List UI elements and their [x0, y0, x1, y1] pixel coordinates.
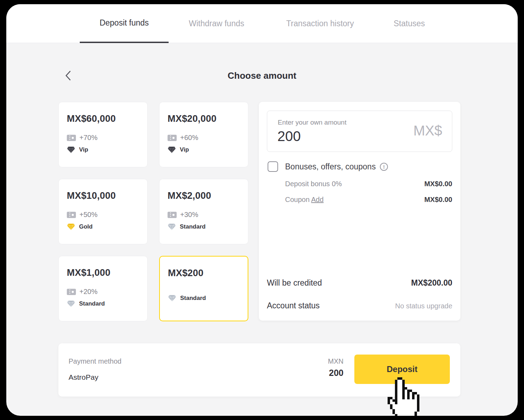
custom-amount-label: Enter your own amount: [278, 119, 346, 126]
bonuses-label: Bonuses, offers, coupons: [285, 162, 376, 172]
payment-amount: 200: [329, 368, 344, 378]
deposit-page: Deposit funds Withdraw funds Transaction…: [6, 4, 518, 416]
card-amount: MX$10,000: [67, 190, 140, 201]
card-tier-label: Standard: [180, 223, 206, 230]
credited-value: MX$200.00: [411, 278, 452, 288]
credited-row: Will be credited MX$200.00: [267, 278, 452, 288]
account-status-row: Account status No status upgrade: [267, 301, 452, 310]
card-amount: MX$2,000: [168, 190, 240, 201]
card-bonus-row: +30%: [168, 211, 240, 219]
card-tier-row: Standard: [168, 223, 240, 230]
ticket-icon: [168, 134, 177, 141]
ticket-icon: [67, 134, 76, 141]
card-bonus-label: +60%: [180, 134, 198, 142]
diamond-icon: [67, 300, 75, 307]
card-tier-row: Vip: [168, 146, 240, 153]
card-tier-label: Vip: [79, 146, 88, 153]
diamond-icon: [67, 146, 75, 153]
card-tier-row: Standard: [67, 300, 140, 307]
deposit-bonus-label: Deposit bonus 0%: [285, 180, 342, 188]
bonuses-checkbox[interactable]: [268, 161, 278, 172]
tab-bar: Deposit funds Withdraw funds Transaction…: [6, 4, 518, 43]
coupon-label-group: Coupon Add: [285, 196, 324, 204]
amount-card-20000[interactable]: MX$20,000 +60% Vip: [159, 102, 248, 167]
currency-code: MXN: [328, 357, 344, 365]
card-amount: MX$200: [168, 268, 240, 279]
coupon-add-link[interactable]: Add: [311, 196, 324, 203]
diamond-icon: [168, 223, 176, 230]
account-status-label: Account status: [267, 301, 320, 310]
info-exclamation-icon[interactable]: !: [380, 163, 388, 171]
deposit-bonus-row: Deposit bonus 0% MX$0.00: [285, 180, 452, 188]
bonuses-label-row: Bonuses, offers, coupons !: [285, 162, 388, 172]
card-amount: MX$1,000: [67, 267, 140, 278]
tab-deposit-funds[interactable]: Deposit funds: [80, 4, 169, 43]
coupon-value: MX$0.00: [424, 196, 452, 204]
card-amount: MX$60,000: [67, 113, 140, 124]
custom-amount-value: 200: [277, 128, 301, 144]
currency-symbol: MX$: [413, 123, 442, 139]
account-status-value: No status upgrade: [395, 302, 452, 310]
payment-method-label: Payment method: [69, 357, 121, 365]
ticket-icon: [67, 288, 76, 295]
card-tier-label: Standard: [180, 295, 206, 302]
tab-withdraw-funds[interactable]: Withdraw funds: [189, 4, 245, 43]
coupon-label: Coupon: [285, 196, 310, 203]
amount-card-2000[interactable]: MX$2,000 +30% Standard: [159, 179, 248, 244]
card-tier-row: Standard: [168, 295, 240, 302]
amount-card-10000[interactable]: MX$10,000 +50% Gold: [58, 179, 148, 244]
payment-method-value: AstroPay: [69, 373, 98, 382]
summary-panel: Enter your own amount 200 MX$ Bonuses, o…: [259, 102, 460, 321]
card-bonus-label: +30%: [180, 211, 198, 219]
deposit-button[interactable]: Deposit: [354, 355, 450, 384]
credited-label: Will be credited: [267, 278, 322, 288]
card-bonus-row: +60%: [168, 134, 240, 142]
page-title: Choose amount: [6, 70, 518, 81]
card-bonus-row: +70%: [67, 134, 140, 142]
card-tier-row: Vip: [67, 146, 140, 153]
card-bonus-label: +70%: [79, 134, 98, 142]
card-amount: MX$20,000: [168, 113, 240, 124]
amount-card-200-selected[interactable]: MX$200 Standard: [159, 256, 248, 321]
card-bonus-row: +50%: [67, 211, 140, 219]
coupon-row: Coupon Add MX$0.00: [285, 196, 452, 204]
card-tier-label: Vip: [180, 146, 189, 153]
card-bonus-label: +20%: [79, 288, 98, 296]
diamond-icon: [67, 223, 75, 230]
card-tier-label: Standard: [79, 300, 105, 307]
deposit-bonus-value: MX$0.00: [424, 180, 452, 188]
card-bonus-label: +50%: [79, 211, 98, 219]
ticket-icon: [168, 211, 177, 218]
tab-transaction-history[interactable]: Transaction history: [286, 4, 354, 43]
ticket-icon: [67, 211, 76, 218]
amount-card-1000[interactable]: MX$1,000 +20% Standard: [58, 256, 148, 321]
card-tier-row: Gold: [67, 223, 140, 230]
amount-card-60000[interactable]: MX$60,000 +70% Vip: [58, 102, 148, 167]
diamond-icon: [168, 146, 176, 153]
custom-amount-input[interactable]: Enter your own amount 200 MX$: [267, 111, 452, 152]
diamond-icon: [168, 295, 176, 302]
payment-bar: Payment method AstroPay MXN 200 Deposit: [58, 343, 460, 397]
card-bonus-row: +20%: [67, 288, 140, 296]
amount-card-grid: MX$60,000 +70% Vip MX$20,000 +60% Vip MX…: [58, 102, 248, 321]
tab-statuses[interactable]: Statuses: [394, 4, 425, 43]
card-tier-label: Gold: [79, 223, 93, 230]
